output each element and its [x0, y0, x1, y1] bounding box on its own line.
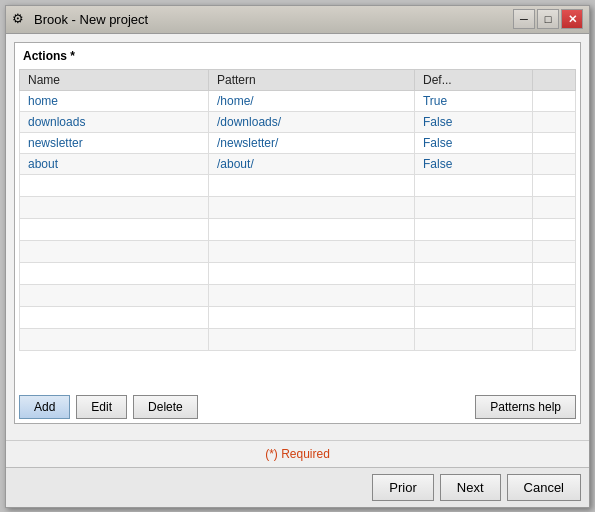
table-row[interactable]: home /home/ True	[20, 90, 576, 111]
cancel-button[interactable]: Cancel	[507, 474, 581, 501]
col-default: Def...	[414, 69, 532, 90]
edit-button[interactable]: Edit	[76, 395, 127, 419]
empty-row	[20, 328, 576, 350]
title-bar-left: ⚙ Brook - New project	[12, 11, 148, 27]
cell-default: False	[414, 153, 532, 174]
minimize-button[interactable]: ─	[513, 9, 535, 29]
window-body: Actions * Name Pattern Def... home	[6, 34, 589, 440]
cell-extra	[532, 132, 575, 153]
cell-default: False	[414, 132, 532, 153]
cell-extra	[532, 153, 575, 174]
empty-row	[20, 218, 576, 240]
cell-pattern: /about/	[209, 153, 415, 174]
app-icon: ⚙	[12, 11, 28, 27]
required-bar: (*) Required	[6, 440, 589, 467]
cell-default: True	[414, 90, 532, 111]
patterns-help-button[interactable]: Patterns help	[475, 395, 576, 419]
cell-pattern: /downloads/	[209, 111, 415, 132]
cell-name: newsletter	[20, 132, 209, 153]
empty-row	[20, 262, 576, 284]
empty-row	[20, 284, 576, 306]
cell-name: downloads	[20, 111, 209, 132]
window-title: Brook - New project	[34, 12, 148, 27]
actions-group-title: Actions *	[19, 47, 576, 65]
actions-table-container: Name Pattern Def... home /home/ True dow…	[19, 69, 576, 389]
cell-name: home	[20, 90, 209, 111]
table-row[interactable]: downloads /downloads/ False	[20, 111, 576, 132]
table-header-row: Name Pattern Def...	[20, 69, 576, 90]
empty-row	[20, 306, 576, 328]
col-pattern: Pattern	[209, 69, 415, 90]
bottom-actions: Prior Next Cancel	[6, 467, 589, 507]
table-row[interactable]: newsletter /newsletter/ False	[20, 132, 576, 153]
add-button[interactable]: Add	[19, 395, 70, 419]
table-row[interactable]: about /about/ False	[20, 153, 576, 174]
actions-group: Actions * Name Pattern Def... home	[14, 42, 581, 424]
cell-extra	[532, 90, 575, 111]
main-window: ⚙ Brook - New project ─ □ ✕ Actions * Na…	[5, 5, 590, 508]
title-bar-controls: ─ □ ✕	[513, 9, 583, 29]
next-button[interactable]: Next	[440, 474, 501, 501]
cell-name: about	[20, 153, 209, 174]
prior-button[interactable]: Prior	[372, 474, 433, 501]
delete-button[interactable]: Delete	[133, 395, 198, 419]
maximize-button[interactable]: □	[537, 9, 559, 29]
empty-row	[20, 174, 576, 196]
cell-pattern: /newsletter/	[209, 132, 415, 153]
cell-extra	[532, 111, 575, 132]
close-button[interactable]: ✕	[561, 9, 583, 29]
table-actions: Add Edit Delete Patterns help	[19, 395, 576, 419]
col-name: Name	[20, 69, 209, 90]
empty-row	[20, 196, 576, 218]
title-bar: ⚙ Brook - New project ─ □ ✕	[6, 6, 589, 34]
actions-table: Name Pattern Def... home /home/ True dow…	[19, 69, 576, 351]
required-text: (*) Required	[265, 447, 330, 461]
col-extra	[532, 69, 575, 90]
empty-row	[20, 240, 576, 262]
cell-pattern: /home/	[209, 90, 415, 111]
cell-default: False	[414, 111, 532, 132]
